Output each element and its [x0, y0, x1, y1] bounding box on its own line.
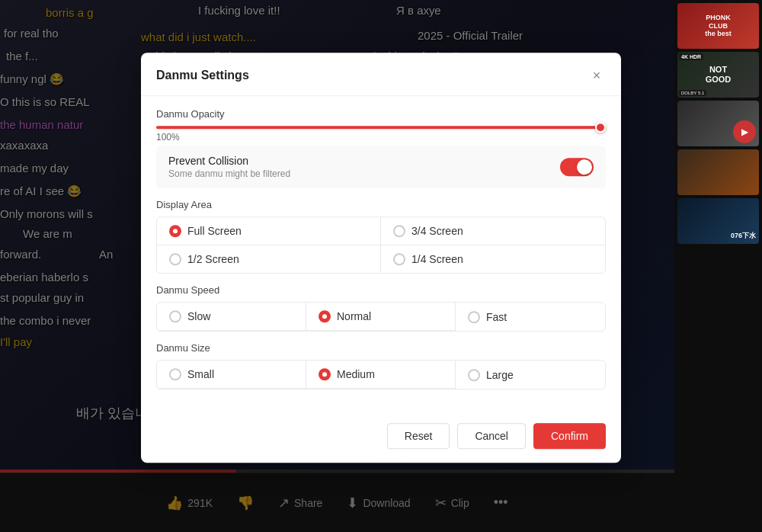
opacity-label: Danmu Opacity	[156, 108, 606, 120]
speed-grid: Slow Normal Fast	[156, 302, 606, 332]
danmu-settings-modal: Danmu Settings × Danmu Opacity 100% Prev…	[141, 53, 621, 463]
cancel-button[interactable]: Cancel	[457, 423, 526, 449]
display-area-quarter-label: 1/4 Screen	[411, 253, 463, 265]
sidebar-thumb-4[interactable]	[677, 149, 759, 195]
display-area-3quarter-label: 3/4 Screen	[411, 225, 463, 237]
display-area-label: Display Area	[156, 199, 606, 210]
display-area-quarter[interactable]: 1/4 Screen	[381, 245, 605, 273]
sidebar-thumb-2[interactable]: NOTGOOD 4K HDR DOLBY 5.1	[677, 52, 759, 98]
toggle-knob	[577, 159, 592, 175]
sidebar-thumb-1[interactable]: PHONKCLUBthe best	[677, 3, 759, 49]
opacity-slider-row: 100%	[156, 126, 606, 143]
radio-dot-3quarter	[393, 225, 405, 237]
reset-button[interactable]: Reset	[387, 423, 450, 449]
radio-dot-normal	[319, 310, 331, 322]
sidebar-thumb-5[interactable]: 076下水	[677, 198, 759, 244]
speed-fast[interactable]: Fast	[456, 303, 605, 331]
thumb-label: PHONKCLUBthe best	[705, 14, 732, 38]
radio-dot-medium	[319, 368, 331, 380]
prevent-collision-subtitle: Some danmu might be filtered	[168, 168, 290, 179]
prevent-collision-info: Prevent Collision Some danmu might be fi…	[168, 155, 290, 179]
radio-dot-small	[169, 368, 181, 380]
display-area-3quarter[interactable]: 3/4 Screen	[381, 217, 605, 245]
size-large-label: Large	[486, 369, 514, 381]
hdr-badge: 4K HDR	[679, 53, 703, 60]
radio-dot-slow	[169, 310, 181, 322]
thumb-text: 076下水	[731, 231, 756, 241]
radio-dot-fast	[468, 311, 480, 323]
speed-slow-label: Slow	[187, 310, 210, 322]
opacity-slider-thumb[interactable]	[595, 122, 606, 133]
radio-dot-large	[468, 369, 480, 381]
dolby-badge: DOLBY 5.1	[679, 90, 706, 96]
size-label: Danmu Size	[156, 342, 606, 354]
size-medium[interactable]: Medium	[306, 361, 456, 389]
display-area-fullscreen-label: Full Screen	[187, 225, 242, 237]
modal-footer: Reset Cancel Confirm	[141, 412, 621, 463]
size-medium-label: Medium	[337, 368, 375, 380]
speed-label: Danmu Speed	[156, 284, 606, 296]
display-area-fullscreen[interactable]: Full Screen	[157, 217, 381, 245]
sidebar: PHONKCLUBthe best NOTGOOD 4K HDR DOLBY 5…	[674, 0, 762, 532]
display-area-half-label: 1/2 Screen	[187, 253, 239, 265]
prevent-collision-title: Prevent Collision	[168, 155, 290, 167]
sidebar-thumb-3[interactable]: ▶	[677, 101, 759, 146]
prevent-collision-row: Prevent Collision Some danmu might be fi…	[156, 146, 606, 188]
size-large[interactable]: Large	[456, 361, 605, 389]
radio-dot-half	[169, 253, 181, 265]
size-small-label: Small	[187, 368, 214, 380]
size-small[interactable]: Small	[157, 361, 306, 389]
modal-close-button[interactable]: ×	[588, 66, 606, 85]
opacity-value: 100%	[156, 132, 606, 143]
radio-dot-quarter	[393, 253, 405, 265]
speed-fast-label: Fast	[486, 311, 507, 323]
radio-dot-fullscreen	[169, 225, 181, 237]
modal-header: Danmu Settings ×	[141, 53, 621, 96]
opacity-slider-fill	[156, 126, 606, 129]
opacity-slider-track[interactable]	[156, 126, 606, 129]
speed-normal-label: Normal	[337, 310, 371, 322]
modal-title: Danmu Settings	[156, 69, 249, 82]
thumb-label: NOTGOOD	[706, 65, 732, 85]
display-area-grid: Full Screen 3/4 Screen 1/2 Screen 1/4 Sc…	[156, 216, 606, 274]
prevent-collision-toggle[interactable]	[560, 158, 594, 176]
speed-slow[interactable]: Slow	[157, 303, 306, 331]
display-area-half[interactable]: 1/2 Screen	[157, 245, 381, 273]
speed-normal[interactable]: Normal	[306, 303, 456, 331]
size-grid: Small Medium Large	[156, 360, 606, 389]
modal-body: Danmu Opacity 100% Prevent Collision Som…	[141, 96, 621, 412]
confirm-button[interactable]: Confirm	[533, 423, 606, 449]
